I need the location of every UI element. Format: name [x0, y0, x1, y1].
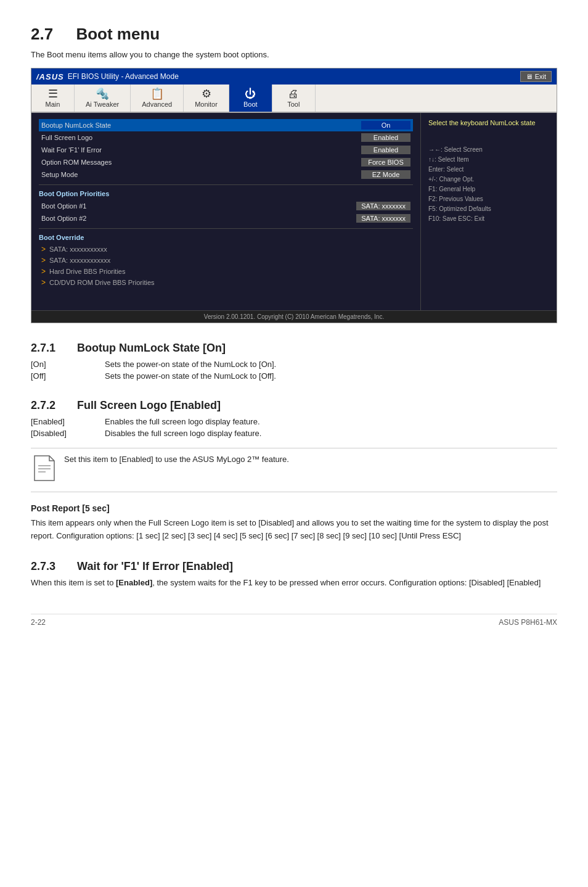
bios-override-cddvd[interactable]: > CD/DVD ROM Drive BBS Priorities: [39, 277, 413, 288]
section-272-defs: [Enabled] Enables the full screen logo d…: [31, 416, 557, 439]
footer-left: 2-22: [31, 618, 46, 627]
nav-label-monitor: Monitor: [195, 101, 218, 108]
note-box: Set this item to [Enabled] to use the AS…: [31, 448, 557, 492]
ai-tweaker-icon: 🔩: [96, 88, 109, 99]
boot-icon: ⏻: [245, 88, 256, 99]
nav-item-monitor[interactable]: ⚙ Monitor: [184, 85, 229, 112]
monitor-nav-icon: ⚙: [202, 88, 211, 99]
section-272-heading: 2.7.2 Full Screen Logo [Enabled]: [31, 399, 557, 412]
bios-row-bootup-numlock[interactable]: Bootup NumLock State On: [39, 119, 413, 131]
nav-item-main[interactable]: ☰ Main: [31, 85, 75, 112]
bios-row-wait-f1[interactable]: Wait For 'F1' If Error Enabled: [39, 144, 413, 156]
nav-label-main: Main: [46, 101, 60, 108]
bios-row-boot-opt-1[interactable]: Boot Option #1 SATA: xxxxxxx: [39, 200, 413, 212]
def-row-disabled: [Disabled] Disables the full screen logo…: [31, 427, 557, 439]
advanced-icon: 📋: [150, 88, 164, 99]
page-title: 2.7 Boot menu: [31, 25, 557, 44]
boot-override-header: Boot Override: [39, 234, 413, 241]
bios-titlebar: /ASUS EFI BIOS Utility - Advanced Mode 🖥…: [31, 68, 557, 85]
nav-label-tool: Tool: [287, 101, 300, 108]
bios-row-setup-mode[interactable]: Setup Mode EZ Mode: [39, 168, 413, 181]
bios-screenshot: /ASUS EFI BIOS Utility - Advanced Mode 🖥…: [31, 68, 557, 323]
main-icon: ☰: [48, 88, 58, 99]
def-row-enabled: [Enabled] Enables the full screen logo d…: [31, 416, 557, 427]
section-271-heading: 2.7.1 Bootup NumLock State [On]: [31, 342, 557, 355]
nav-label-ai-tweaker: Ai Tweaker: [86, 101, 119, 108]
def-row-off: [Off] Sets the power-on state of the Num…: [31, 370, 557, 382]
bios-title: EFI BIOS Utility - Advanced Mode: [68, 72, 179, 81]
bios-titlebar-left: /ASUS EFI BIOS Utility - Advanced Mode: [36, 72, 179, 81]
page-footer: 2-22 ASUS P8H61-MX: [31, 614, 557, 627]
asus-logo: /ASUS: [36, 72, 64, 81]
tool-icon: 🖨: [288, 88, 299, 99]
monitor-icon: 🖥: [526, 73, 533, 80]
bios-nav: ☰ Main 🔩 Ai Tweaker 📋 Advanced ⚙ Monitor…: [31, 85, 557, 113]
nav-item-boot[interactable]: ⏻ Boot: [229, 85, 272, 112]
arrow-icon-3: >: [41, 267, 46, 276]
bios-row-full-screen-logo[interactable]: Full Screen Logo Enabled: [39, 131, 413, 144]
bios-footer: Version 2.00.1201. Copyright (C) 2010 Am…: [31, 310, 557, 323]
section-273-text: When this item is set to [Enabled], the …: [31, 577, 557, 590]
post-report-text: This item appears only when the Full Scr…: [31, 517, 557, 543]
boot-options-header: Boot Option Priorities: [39, 190, 413, 197]
footer-right: ASUS P8H61-MX: [499, 618, 557, 627]
page-desc: The Boot menu items allow you to change …: [31, 50, 557, 59]
def-row-on: [On] Sets the power-on state of the NumL…: [31, 358, 557, 370]
note-icon: [31, 455, 55, 485]
section-271-defs: [On] Sets the power-on state of the NumL…: [31, 358, 557, 382]
bios-content: Bootup NumLock State On Full Screen Logo…: [31, 113, 557, 310]
bios-override-sata1[interactable]: > SATA: xxxxxxxxxxx: [39, 244, 413, 255]
bios-row-boot-opt-2[interactable]: Boot Option #2 SATA: xxxxxxx: [39, 212, 413, 225]
nav-item-ai-tweaker[interactable]: 🔩 Ai Tweaker: [75, 85, 131, 112]
nav-item-advanced[interactable]: 📋 Advanced: [131, 85, 184, 112]
bios-left-panel: Bootup NumLock State On Full Screen Logo…: [31, 113, 421, 310]
bios-right-panel: Select the keyboard NumLock state →←: Se…: [421, 113, 557, 310]
arrow-icon-4: >: [41, 278, 46, 287]
bios-row-option-rom[interactable]: Option ROM Messages Force BIOS: [39, 156, 413, 168]
arrow-icon-2: >: [41, 256, 46, 265]
nav-item-tool[interactable]: 🖨 Tool: [272, 85, 316, 112]
note-text: Set this item to [Enabled] to use the AS…: [64, 455, 289, 464]
post-report-heading: Post Report [5 sec]: [31, 503, 557, 513]
bios-exit-button[interactable]: 🖥 Exit: [520, 71, 552, 82]
section-273-heading: 2.7.3 Wait for 'F1' If Error [Enabled]: [31, 560, 557, 573]
bios-key-help: →←: Select Screen ↑↓: Select Item Enter:…: [428, 145, 549, 224]
bios-override-hdd[interactable]: > Hard Drive BBS Priorities: [39, 266, 413, 277]
nav-label-advanced: Advanced: [142, 101, 172, 108]
bios-override-sata2[interactable]: > SATA: xxxxxxxxxxxx: [39, 255, 413, 266]
nav-label-boot: Boot: [243, 101, 258, 108]
arrow-icon-1: >: [41, 245, 46, 254]
bios-help-text: Select the keyboard NumLock state: [428, 119, 549, 126]
